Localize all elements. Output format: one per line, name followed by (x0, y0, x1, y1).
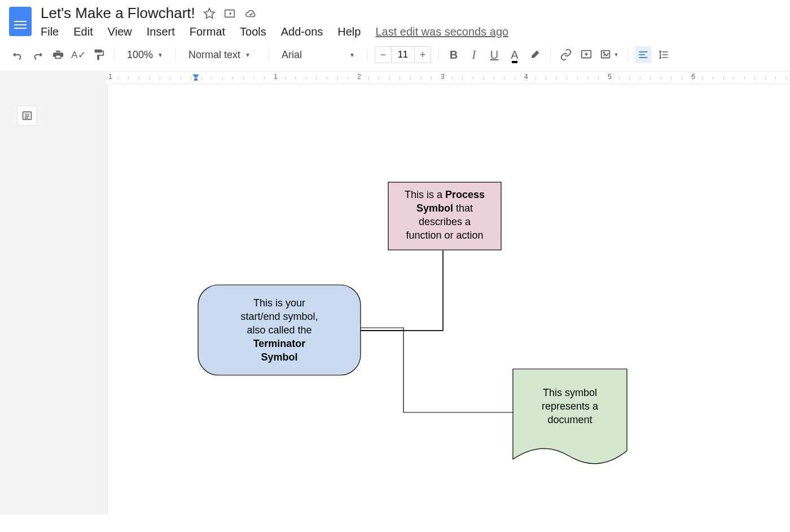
workspace: 1 1 2 3 4 5 6 This is a Process (0, 72, 790, 515)
font-size-decrease[interactable]: − (375, 47, 391, 63)
bold-button[interactable]: B (445, 46, 462, 63)
underline-button[interactable]: U (486, 46, 503, 63)
undo-button[interactable] (9, 46, 26, 63)
text-color-button[interactable]: A (506, 46, 523, 63)
print-button[interactable] (50, 46, 67, 63)
menu-addons[interactable]: Add-ons (281, 25, 323, 38)
line-spacing-button[interactable] (655, 46, 672, 63)
app-header: Let's Make a Flowchart! File Edit View I… (0, 0, 790, 38)
svg-text:start/end symbol,: start/end symbol, (240, 311, 318, 322)
cloud-saved-icon[interactable] (244, 7, 257, 20)
docs-logo-icon[interactable] (9, 7, 32, 36)
menu-tools[interactable]: Tools (240, 25, 266, 38)
svg-text:function or action: function or action (406, 230, 483, 241)
insert-comment-button[interactable] (578, 46, 595, 63)
paint-format-button[interactable] (90, 46, 107, 63)
svg-text:describes a: describes a (419, 216, 471, 227)
insert-link-button[interactable] (558, 46, 574, 63)
svg-rect-5 (194, 78, 198, 81)
star-icon[interactable] (203, 7, 216, 20)
outline-toggle-button[interactable] (17, 105, 37, 126)
svg-text:This symbol: This symbol (543, 387, 597, 398)
highlight-button[interactable] (526, 46, 543, 63)
last-edit-link[interactable]: Last edit was seconds ago (375, 25, 508, 38)
menu-bar: File Edit View Insert Format Tools Add-o… (41, 25, 781, 38)
horizontal-ruler[interactable]: 1 1 2 3 4 5 6 (107, 72, 790, 84)
menu-file[interactable]: File (41, 25, 59, 38)
indent-marker-icon[interactable] (192, 74, 200, 83)
move-icon[interactable] (223, 7, 236, 20)
drawing-canvas[interactable]: This is a Process Symbol that describes … (108, 84, 790, 515)
insert-image-button[interactable]: ▼ (598, 46, 621, 63)
svg-text:This is your: This is your (253, 297, 305, 309)
menu-format[interactable]: Format (190, 25, 225, 38)
toolbar: A✓ 100%▼ Normal text▼ Arial▼ − + B I U A… (0, 38, 790, 72)
svg-text:This is a Process: This is a Process (405, 189, 485, 200)
paragraph-style-dropdown[interactable]: Normal text▼ (183, 49, 262, 61)
svg-text:also called the: also called the (247, 324, 311, 336)
zoom-dropdown[interactable]: 100%▼ (121, 49, 169, 61)
font-dropdown[interactable]: Arial▼ (276, 49, 361, 61)
font-size-input[interactable] (391, 47, 415, 63)
svg-point-3 (604, 52, 605, 53)
spellcheck-button[interactable]: A✓ (70, 46, 87, 63)
document-title[interactable]: Let's Make a Flowchart! (41, 5, 195, 22)
font-size-group: − + (375, 46, 431, 63)
menu-help[interactable]: Help (337, 25, 361, 38)
align-left-button[interactable] (635, 46, 652, 63)
svg-text:Symbol that: Symbol that (416, 203, 473, 214)
svg-text:Terminator: Terminator (253, 338, 306, 349)
font-size-increase[interactable]: + (415, 47, 431, 63)
italic-button[interactable]: I (466, 46, 482, 63)
redo-button[interactable] (29, 46, 46, 63)
menu-edit[interactable]: Edit (73, 25, 93, 38)
svg-text:document: document (547, 414, 592, 425)
menu-insert[interactable]: Insert (147, 25, 175, 38)
menu-view[interactable]: View (108, 25, 132, 38)
document-page[interactable]: This is a Process Symbol that describes … (107, 84, 790, 515)
svg-text:represents a: represents a (542, 401, 599, 412)
svg-text:Symbol: Symbol (261, 351, 297, 363)
